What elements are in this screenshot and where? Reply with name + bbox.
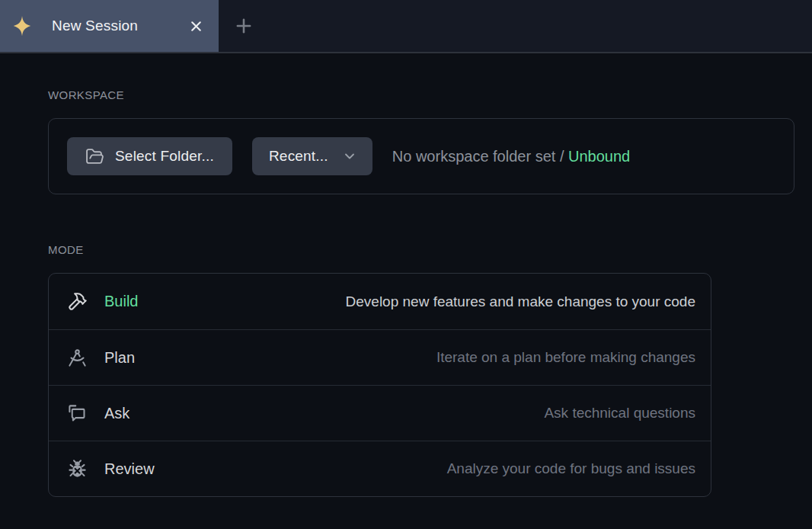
workspace-section-label: WORKSPACE <box>48 88 794 101</box>
mode-row-ask[interactable]: Ask Ask technical questions <box>49 385 711 441</box>
mode-list: Build Develop new features and make chan… <box>48 273 711 497</box>
bug-x-icon <box>67 459 88 479</box>
select-folder-label: Select Folder... <box>115 148 214 165</box>
new-tab-button[interactable] <box>219 0 269 52</box>
mode-label: Build <box>104 293 138 310</box>
chevron-down-icon <box>342 149 357 164</box>
chat-bubbles-icon <box>67 403 88 424</box>
tab-new-session[interactable]: New Session <box>0 0 219 52</box>
mode-row-plan[interactable]: Plan Iterate on a plan before making cha… <box>49 329 711 385</box>
sparkle-logo-icon <box>11 14 34 37</box>
mode-label: Plan <box>104 349 135 367</box>
mode-row-review[interactable]: Review Analyze your code for bugs and is… <box>49 441 711 496</box>
recent-dropdown-value: Recent... <box>269 148 328 165</box>
tab-title: New Session <box>52 18 138 34</box>
mode-description: Iterate on a plan before making changes <box>436 349 695 366</box>
plus-icon <box>233 15 254 37</box>
unbound-status: Unbound <box>568 148 630 165</box>
mode-section-label: MODE <box>48 243 794 256</box>
close-icon[interactable] <box>187 17 205 35</box>
select-folder-button[interactable]: Select Folder... <box>67 137 232 175</box>
mode-label: Ask <box>104 405 129 422</box>
mode-label: Review <box>104 460 155 478</box>
mode-description: Develop new features and make changes to… <box>346 293 695 310</box>
drafting-compass-icon <box>67 348 88 368</box>
mode-description: Ask technical questions <box>544 405 695 422</box>
hammer-icon <box>67 291 88 312</box>
workspace-status-text: No workspace folder set / Unbound <box>392 148 630 165</box>
tab-bar: New Session <box>0 0 812 53</box>
session-setup-panel: WORKSPACE Select Folder... Recent... No … <box>0 53 812 497</box>
workspace-box: Select Folder... Recent... No workspace … <box>48 118 794 194</box>
recent-dropdown[interactable]: Recent... <box>252 137 372 175</box>
mode-row-build[interactable]: Build Develop new features and make chan… <box>49 274 711 329</box>
mode-description: Analyze your code for bugs and issues <box>447 460 695 477</box>
folder-open-icon <box>85 147 104 166</box>
